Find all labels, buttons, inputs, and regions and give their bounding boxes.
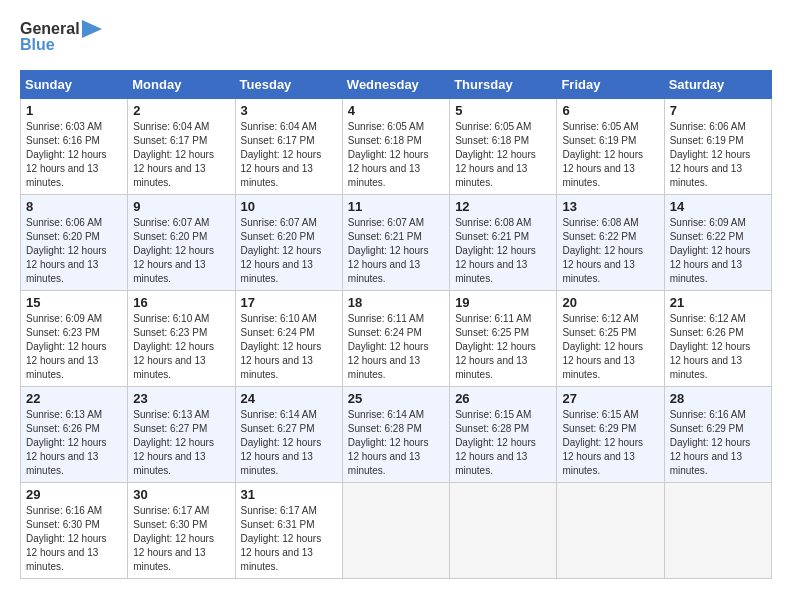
day-info: Sunrise: 6:05 AMSunset: 6:19 PMDaylight:…: [562, 120, 658, 190]
day-number: 12: [455, 199, 551, 214]
day-number: 1: [26, 103, 122, 118]
day-number: 30: [133, 487, 229, 502]
calendar-week-row: 15Sunrise: 6:09 AMSunset: 6:23 PMDayligh…: [21, 291, 772, 387]
day-number: 16: [133, 295, 229, 310]
calendar-day-cell: 4Sunrise: 6:05 AMSunset: 6:18 PMDaylight…: [342, 99, 449, 195]
calendar-day-cell: 3Sunrise: 6:04 AMSunset: 6:17 PMDaylight…: [235, 99, 342, 195]
day-number: 26: [455, 391, 551, 406]
day-number: 2: [133, 103, 229, 118]
calendar-day-cell: 14Sunrise: 6:09 AMSunset: 6:22 PMDayligh…: [664, 195, 771, 291]
logo-triangle-icon: [82, 20, 102, 38]
calendar-day-cell: 17Sunrise: 6:10 AMSunset: 6:24 PMDayligh…: [235, 291, 342, 387]
svg-marker-0: [82, 20, 102, 38]
day-info: Sunrise: 6:09 AMSunset: 6:23 PMDaylight:…: [26, 312, 122, 382]
day-info: Sunrise: 6:13 AMSunset: 6:26 PMDaylight:…: [26, 408, 122, 478]
calendar-day-cell: [450, 483, 557, 579]
day-info: Sunrise: 6:07 AMSunset: 6:20 PMDaylight:…: [241, 216, 337, 286]
calendar-day-cell: 8Sunrise: 6:06 AMSunset: 6:20 PMDaylight…: [21, 195, 128, 291]
day-info: Sunrise: 6:05 AMSunset: 6:18 PMDaylight:…: [455, 120, 551, 190]
calendar-day-cell: [664, 483, 771, 579]
weekday-header-monday: Monday: [128, 71, 235, 99]
calendar-week-row: 22Sunrise: 6:13 AMSunset: 6:26 PMDayligh…: [21, 387, 772, 483]
day-info: Sunrise: 6:04 AMSunset: 6:17 PMDaylight:…: [133, 120, 229, 190]
calendar-day-cell: 11Sunrise: 6:07 AMSunset: 6:21 PMDayligh…: [342, 195, 449, 291]
weekday-header-saturday: Saturday: [664, 71, 771, 99]
day-number: 20: [562, 295, 658, 310]
day-number: 28: [670, 391, 766, 406]
day-number: 13: [562, 199, 658, 214]
logo: General Blue: [20, 20, 102, 54]
calendar-day-cell: 22Sunrise: 6:13 AMSunset: 6:26 PMDayligh…: [21, 387, 128, 483]
day-info: Sunrise: 6:12 AMSunset: 6:26 PMDaylight:…: [670, 312, 766, 382]
calendar-day-cell: [342, 483, 449, 579]
calendar-day-cell: [557, 483, 664, 579]
day-number: 9: [133, 199, 229, 214]
weekday-header-thursday: Thursday: [450, 71, 557, 99]
day-number: 24: [241, 391, 337, 406]
logo-blue: Blue: [20, 36, 55, 54]
calendar-day-cell: 5Sunrise: 6:05 AMSunset: 6:18 PMDaylight…: [450, 99, 557, 195]
day-info: Sunrise: 6:13 AMSunset: 6:27 PMDaylight:…: [133, 408, 229, 478]
calendar-day-cell: 15Sunrise: 6:09 AMSunset: 6:23 PMDayligh…: [21, 291, 128, 387]
calendar-day-cell: 25Sunrise: 6:14 AMSunset: 6:28 PMDayligh…: [342, 387, 449, 483]
day-info: Sunrise: 6:12 AMSunset: 6:25 PMDaylight:…: [562, 312, 658, 382]
calendar-day-cell: 28Sunrise: 6:16 AMSunset: 6:29 PMDayligh…: [664, 387, 771, 483]
day-number: 19: [455, 295, 551, 310]
day-number: 25: [348, 391, 444, 406]
day-number: 22: [26, 391, 122, 406]
day-number: 27: [562, 391, 658, 406]
calendar-day-cell: 19Sunrise: 6:11 AMSunset: 6:25 PMDayligh…: [450, 291, 557, 387]
weekday-header-sunday: Sunday: [21, 71, 128, 99]
day-info: Sunrise: 6:06 AMSunset: 6:20 PMDaylight:…: [26, 216, 122, 286]
weekday-header-friday: Friday: [557, 71, 664, 99]
calendar-day-cell: 23Sunrise: 6:13 AMSunset: 6:27 PMDayligh…: [128, 387, 235, 483]
day-info: Sunrise: 6:10 AMSunset: 6:23 PMDaylight:…: [133, 312, 229, 382]
day-info: Sunrise: 6:04 AMSunset: 6:17 PMDaylight:…: [241, 120, 337, 190]
weekday-header-row: SundayMondayTuesdayWednesdayThursdayFrid…: [21, 71, 772, 99]
day-info: Sunrise: 6:14 AMSunset: 6:28 PMDaylight:…: [348, 408, 444, 478]
day-number: 11: [348, 199, 444, 214]
calendar-day-cell: 6Sunrise: 6:05 AMSunset: 6:19 PMDaylight…: [557, 99, 664, 195]
calendar-week-row: 8Sunrise: 6:06 AMSunset: 6:20 PMDaylight…: [21, 195, 772, 291]
calendar-week-row: 1Sunrise: 6:03 AMSunset: 6:16 PMDaylight…: [21, 99, 772, 195]
day-number: 3: [241, 103, 337, 118]
day-info: Sunrise: 6:16 AMSunset: 6:29 PMDaylight:…: [670, 408, 766, 478]
calendar-day-cell: 24Sunrise: 6:14 AMSunset: 6:27 PMDayligh…: [235, 387, 342, 483]
day-number: 10: [241, 199, 337, 214]
day-info: Sunrise: 6:15 AMSunset: 6:29 PMDaylight:…: [562, 408, 658, 478]
day-info: Sunrise: 6:16 AMSunset: 6:30 PMDaylight:…: [26, 504, 122, 574]
calendar-day-cell: 21Sunrise: 6:12 AMSunset: 6:26 PMDayligh…: [664, 291, 771, 387]
calendar-day-cell: 27Sunrise: 6:15 AMSunset: 6:29 PMDayligh…: [557, 387, 664, 483]
day-info: Sunrise: 6:17 AMSunset: 6:30 PMDaylight:…: [133, 504, 229, 574]
day-number: 4: [348, 103, 444, 118]
day-info: Sunrise: 6:10 AMSunset: 6:24 PMDaylight:…: [241, 312, 337, 382]
weekday-header-wednesday: Wednesday: [342, 71, 449, 99]
day-info: Sunrise: 6:05 AMSunset: 6:18 PMDaylight:…: [348, 120, 444, 190]
day-number: 6: [562, 103, 658, 118]
day-number: 5: [455, 103, 551, 118]
calendar-day-cell: 29Sunrise: 6:16 AMSunset: 6:30 PMDayligh…: [21, 483, 128, 579]
calendar-day-cell: 7Sunrise: 6:06 AMSunset: 6:19 PMDaylight…: [664, 99, 771, 195]
calendar-day-cell: 31Sunrise: 6:17 AMSunset: 6:31 PMDayligh…: [235, 483, 342, 579]
calendar-day-cell: 2Sunrise: 6:04 AMSunset: 6:17 PMDaylight…: [128, 99, 235, 195]
calendar-day-cell: 1Sunrise: 6:03 AMSunset: 6:16 PMDaylight…: [21, 99, 128, 195]
day-info: Sunrise: 6:15 AMSunset: 6:28 PMDaylight:…: [455, 408, 551, 478]
calendar-day-cell: 20Sunrise: 6:12 AMSunset: 6:25 PMDayligh…: [557, 291, 664, 387]
day-info: Sunrise: 6:08 AMSunset: 6:21 PMDaylight:…: [455, 216, 551, 286]
day-number: 31: [241, 487, 337, 502]
day-number: 8: [26, 199, 122, 214]
day-number: 21: [670, 295, 766, 310]
calendar-day-cell: 26Sunrise: 6:15 AMSunset: 6:28 PMDayligh…: [450, 387, 557, 483]
calendar-day-cell: 16Sunrise: 6:10 AMSunset: 6:23 PMDayligh…: [128, 291, 235, 387]
calendar-day-cell: 18Sunrise: 6:11 AMSunset: 6:24 PMDayligh…: [342, 291, 449, 387]
page-header: General Blue: [20, 20, 772, 54]
day-info: Sunrise: 6:11 AMSunset: 6:24 PMDaylight:…: [348, 312, 444, 382]
calendar-table: SundayMondayTuesdayWednesdayThursdayFrid…: [20, 70, 772, 579]
day-info: Sunrise: 6:09 AMSunset: 6:22 PMDaylight:…: [670, 216, 766, 286]
day-number: 23: [133, 391, 229, 406]
day-info: Sunrise: 6:17 AMSunset: 6:31 PMDaylight:…: [241, 504, 337, 574]
day-number: 7: [670, 103, 766, 118]
day-info: Sunrise: 6:03 AMSunset: 6:16 PMDaylight:…: [26, 120, 122, 190]
day-number: 17: [241, 295, 337, 310]
day-info: Sunrise: 6:07 AMSunset: 6:20 PMDaylight:…: [133, 216, 229, 286]
